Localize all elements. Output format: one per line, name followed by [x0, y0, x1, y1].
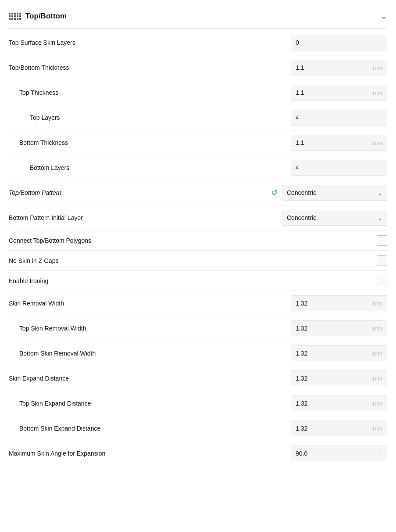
value-text-bottom-thickness: 1.1 — [296, 139, 304, 146]
controls-skin-removal-width: 1.32mm — [291, 295, 387, 311]
value-text-bottom-skin-expand-distance: 1.32 — [296, 425, 307, 432]
controls-top-thickness: 1.1mm — [291, 85, 387, 101]
unit-bottom-skin-removal-width: mm — [373, 350, 382, 357]
row-bottom-thickness: Bottom Thickness1.1mm — [9, 130, 387, 155]
dropdown-top-bottom-pattern[interactable]: Concentric⌄ — [282, 185, 387, 201]
row-skin-removal-width: Skin Removal Width1.32mm — [9, 291, 387, 316]
reset-icon[interactable]: ↺ — [271, 189, 278, 197]
settings-rows: Top Surface Skin Layers0Top/Bottom Thick… — [9, 30, 387, 466]
row-top-bottom-pattern: Top/Bottom Pattern↺Concentric⌄ — [9, 180, 387, 205]
label-top-bottom-pattern: Top/Bottom Pattern — [9, 189, 271, 196]
row-enable-ironing: Enable Ironing — [9, 271, 387, 291]
input-top-thickness[interactable]: 1.1mm — [291, 85, 387, 101]
value-text-top-bottom-thickness: 1.1 — [296, 64, 304, 71]
controls-top-skin-expand-distance: 1.32mm — [291, 395, 387, 411]
row-bottom-skin-expand-distance: Bottom Skin Expand Distance1.32mm — [9, 416, 387, 441]
controls-bottom-pattern-initial-layer: Concentric⌄ — [282, 210, 387, 226]
checkbox-connect-top-bottom-polygons[interactable] — [377, 235, 387, 246]
input-top-layers[interactable]: 4 — [291, 110, 387, 126]
input-bottom-thickness[interactable]: 1.1mm — [291, 135, 387, 151]
unit-bottom-thickness: mm — [373, 140, 382, 146]
dropdown-value-top-bottom-pattern: Concentric — [287, 189, 316, 196]
controls-top-bottom-thickness: 1.1mm — [291, 60, 387, 75]
input-bottom-layers[interactable]: 4 — [291, 160, 387, 176]
input-top-skin-removal-width[interactable]: 1.32mm — [291, 320, 387, 336]
label-bottom-thickness: Bottom Thickness — [9, 139, 291, 146]
label-enable-ironing: Enable Ironing — [9, 277, 377, 284]
value-text-top-skin-removal-width: 1.32 — [296, 325, 307, 332]
checkbox-enable-ironing[interactable] — [377, 276, 387, 286]
input-top-surface-skin-layers[interactable]: 0 — [291, 35, 387, 50]
top-bottom-panel: Top/Bottom ⌄ Top Surface Skin Layers0Top… — [0, 0, 396, 473]
value-text-top-skin-expand-distance: 1.32 — [296, 400, 307, 407]
row-connect-top-bottom-polygons: Connect Top/Bottom Polygons — [9, 230, 387, 251]
controls-top-bottom-pattern: ↺Concentric⌄ — [271, 185, 387, 201]
label-bottom-pattern-initial-layer: Bottom Pattern Initial Layer — [9, 214, 282, 221]
value-text-bottom-layers: 4 — [296, 164, 299, 171]
unit-top-skin-removal-width: mm — [373, 325, 382, 332]
checkbox-no-skin-in-z-gaps[interactable] — [377, 255, 387, 266]
row-top-skin-removal-width: Top Skin Removal Width1.32mm — [9, 316, 387, 341]
row-bottom-layers: Bottom Layers4 — [9, 155, 387, 180]
controls-maximum-skin-angle-expansion: 90.0° — [291, 446, 387, 461]
value-text-skin-removal-width: 1.32 — [296, 300, 307, 307]
row-bottom-pattern-initial-layer: Bottom Pattern Initial LayerConcentric⌄ — [9, 205, 387, 230]
controls-top-surface-skin-layers: 0 — [291, 35, 387, 50]
unit-top-thickness: mm — [373, 90, 382, 96]
input-skin-expand-distance[interactable]: 1.32mm — [291, 370, 387, 386]
row-top-layers: Top Layers4 — [9, 105, 387, 130]
controls-top-layers: 4 — [291, 110, 387, 126]
label-bottom-layers: Bottom Layers — [9, 164, 291, 171]
unit-bottom-skin-expand-distance: mm — [373, 425, 382, 432]
controls-bottom-layers: 4 — [291, 160, 387, 176]
unit-top-bottom-thickness: mm — [373, 65, 382, 71]
dropdown-bottom-pattern-initial-layer[interactable]: Concentric⌄ — [282, 210, 387, 226]
controls-skin-expand-distance: 1.32mm — [291, 370, 387, 386]
label-top-skin-expand-distance: Top Skin Expand Distance — [9, 400, 291, 407]
unit-maximum-skin-angle-expansion: ° — [380, 450, 382, 457]
grid-icon — [9, 13, 21, 20]
controls-bottom-skin-expand-distance: 1.32mm — [291, 421, 387, 436]
collapse-button[interactable]: ⌄ — [381, 11, 387, 21]
panel-title: Top/Bottom — [25, 12, 67, 21]
label-top-layers: Top Layers — [9, 114, 291, 121]
chevron-down-icon: ⌄ — [378, 190, 382, 196]
row-skin-expand-distance: Skin Expand Distance1.32mm — [9, 366, 387, 391]
input-bottom-skin-expand-distance[interactable]: 1.32mm — [291, 421, 387, 436]
row-maximum-skin-angle-expansion: Maximum Skin Angle for Expansion90.0° — [9, 441, 387, 466]
input-top-skin-expand-distance[interactable]: 1.32mm — [291, 395, 387, 411]
label-maximum-skin-angle-expansion: Maximum Skin Angle for Expansion — [9, 450, 291, 457]
controls-bottom-thickness: 1.1mm — [291, 135, 387, 151]
input-skin-removal-width[interactable]: 1.32mm — [291, 295, 387, 311]
label-connect-top-bottom-polygons: Connect Top/Bottom Polygons — [9, 237, 377, 244]
value-text-top-layers: 4 — [296, 114, 299, 121]
controls-top-skin-removal-width: 1.32mm — [291, 320, 387, 336]
row-no-skin-in-z-gaps: No Skin in Z Gaps — [9, 251, 387, 271]
value-text-top-thickness: 1.1 — [296, 89, 304, 96]
input-bottom-skin-removal-width[interactable]: 1.32mm — [291, 345, 387, 361]
row-bottom-skin-removal-width: Bottom Skin Removal Width1.32mm — [9, 341, 387, 366]
controls-no-skin-in-z-gaps — [377, 255, 387, 266]
label-top-thickness: Top Thickness — [9, 89, 291, 96]
chevron-down-icon: ⌄ — [378, 215, 382, 221]
panel-title-group: Top/Bottom — [9, 12, 67, 21]
label-skin-removal-width: Skin Removal Width — [9, 300, 291, 307]
unit-top-skin-expand-distance: mm — [373, 400, 382, 407]
label-top-skin-removal-width: Top Skin Removal Width — [9, 325, 291, 332]
unit-skin-expand-distance: mm — [373, 375, 382, 382]
value-text-skin-expand-distance: 1.32 — [296, 375, 307, 382]
controls-enable-ironing — [377, 276, 387, 286]
controls-connect-top-bottom-polygons — [377, 235, 387, 246]
label-top-bottom-thickness: Top/Bottom Thickness — [9, 64, 291, 71]
row-top-skin-expand-distance: Top Skin Expand Distance1.32mm — [9, 391, 387, 416]
row-top-thickness: Top Thickness1.1mm — [9, 80, 387, 105]
value-text-maximum-skin-angle-expansion: 90.0 — [296, 450, 307, 457]
label-skin-expand-distance: Skin Expand Distance — [9, 375, 291, 382]
panel-header: Top/Bottom ⌄ — [9, 7, 387, 29]
unit-skin-removal-width: mm — [373, 300, 382, 307]
input-maximum-skin-angle-expansion[interactable]: 90.0° — [291, 446, 387, 461]
label-top-surface-skin-layers: Top Surface Skin Layers — [9, 39, 291, 46]
input-top-bottom-thickness[interactable]: 1.1mm — [291, 60, 387, 75]
label-no-skin-in-z-gaps: No Skin in Z Gaps — [9, 257, 377, 264]
label-bottom-skin-removal-width: Bottom Skin Removal Width — [9, 350, 291, 357]
